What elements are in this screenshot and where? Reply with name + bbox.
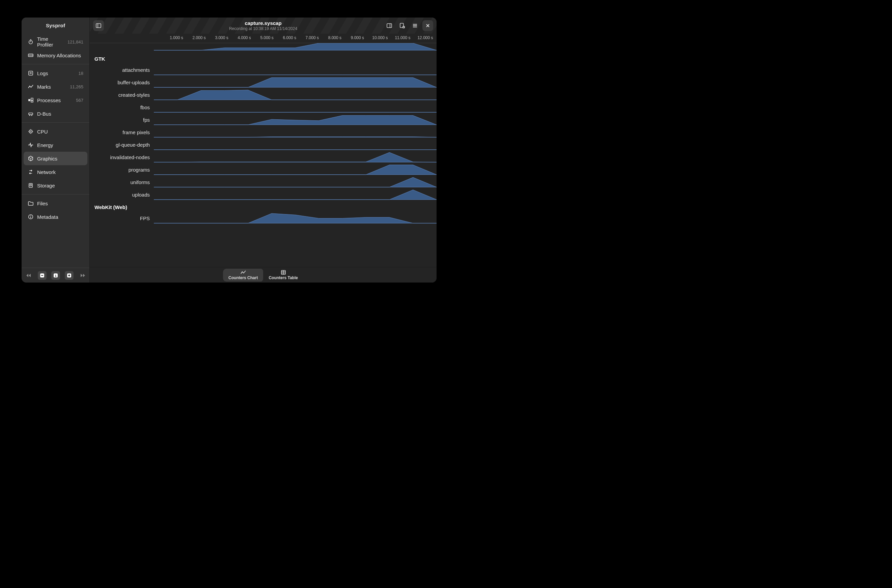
- counters-chart-icon: [241, 270, 246, 275]
- sidebar-item-memory-allocations[interactable]: Memory Allocations: [24, 48, 87, 62]
- sidebar-item-label: Network: [37, 169, 83, 175]
- counter-row[interactable]: buffer-uploads: [90, 76, 436, 88]
- main-pane: capture.syscap Recording at 10:38:19 AM …: [90, 18, 436, 282]
- record-again-button[interactable]: [397, 20, 408, 31]
- stopwatch-icon: [28, 39, 34, 45]
- sidebar-footer: 1: [22, 268, 89, 282]
- counters-chart-area[interactable]: GTKattachmentsbuffer-uploadscreated-styl…: [90, 43, 436, 267]
- counter-track: [154, 177, 436, 188]
- sidebar-item-graphics[interactable]: Graphics: [24, 152, 87, 165]
- ruler-tick: 9.000 s: [351, 35, 364, 40]
- counter-row[interactable]: fbos: [90, 101, 436, 114]
- sidebar-item-cpu[interactable]: CPU: [24, 125, 87, 138]
- cpu-icon: [28, 129, 34, 135]
- sidebar-item-dbus[interactable]: D-Bus: [24, 107, 87, 120]
- counter-track: [154, 115, 436, 125]
- storage-icon: [28, 182, 34, 189]
- sidebar-item-count: 18: [78, 71, 83, 76]
- counter-row[interactable]: FPS: [90, 212, 436, 225]
- ruler-tick: 4.000 s: [238, 35, 251, 40]
- sidebar-item-marks[interactable]: Marks11,265: [24, 80, 87, 93]
- rewind-button[interactable]: [24, 271, 33, 280]
- view-counters-chart[interactable]: Counters Chart: [223, 269, 263, 282]
- dbus-icon: [28, 111, 34, 117]
- overview-track: [154, 43, 436, 51]
- counter-track: [154, 128, 436, 138]
- files-icon: [28, 200, 34, 206]
- counter-label: gl-queue-depth: [90, 142, 154, 148]
- graphics-icon: [28, 155, 34, 162]
- view-label: Counters Table: [269, 276, 298, 280]
- sidebar-item-energy[interactable]: Energy: [24, 138, 87, 152]
- logs-icon: [28, 70, 34, 76]
- zoom-reset-button[interactable]: 1: [51, 271, 60, 280]
- ruler-tick: 2.000 s: [192, 35, 206, 40]
- metadata-icon: [28, 214, 34, 220]
- svg-rect-12: [31, 98, 33, 100]
- sidebar-item-time-profiler[interactable]: Time Profiler121,841: [24, 35, 87, 48]
- counter-track: [154, 165, 436, 175]
- processes-icon: [28, 97, 34, 103]
- sidebar-item-count: 11,265: [70, 84, 83, 89]
- sidebar-item-logs[interactable]: Logs18: [24, 66, 87, 80]
- hamburger-menu-button[interactable]: [409, 20, 420, 31]
- sidebar-item-network[interactable]: Network: [24, 165, 87, 179]
- counters-table-icon: [281, 270, 286, 275]
- counter-track: [154, 152, 436, 162]
- sidebar-item-storage[interactable]: Storage: [24, 179, 87, 192]
- ruler-tick: 1.000 s: [170, 35, 183, 40]
- counter-label: created-styles: [90, 92, 154, 98]
- counter-label: programs: [90, 167, 154, 172]
- counter-row[interactable]: attachments: [90, 64, 436, 76]
- counter-label: FPS: [90, 216, 154, 221]
- counter-row[interactable]: created-styles: [90, 88, 436, 101]
- sidebar-item-label: Energy: [37, 142, 83, 148]
- svg-rect-37: [387, 24, 392, 28]
- forward-button[interactable]: [78, 271, 87, 280]
- counter-label: attachments: [90, 67, 154, 73]
- svg-text:1: 1: [55, 274, 56, 277]
- section-header: WebKit (Web): [90, 201, 436, 212]
- counter-track: [154, 65, 436, 75]
- svg-rect-23: [29, 183, 32, 188]
- zoom-in-button[interactable]: [65, 271, 74, 280]
- counter-track: [154, 102, 436, 112]
- counter-label: invalidated-nodes: [90, 154, 154, 160]
- sidebar-item-label: Memory Allocations: [37, 52, 83, 58]
- app-title: Sysprof: [22, 18, 89, 34]
- counter-label: fbos: [90, 105, 154, 110]
- svg-rect-34: [69, 274, 69, 276]
- sidebar-item-processes[interactable]: Processes567: [24, 93, 87, 107]
- view-switcher: Counters ChartCounters Table: [223, 269, 303, 282]
- view-label: Counters Chart: [229, 276, 258, 280]
- counter-row[interactable]: uploads: [90, 189, 436, 201]
- secondary-sidebar-button[interactable]: [384, 20, 395, 31]
- counter-row[interactable]: programs: [90, 164, 436, 176]
- counter-row[interactable]: gl-queue-depth: [90, 139, 436, 151]
- sidebar-item-files[interactable]: Files: [24, 196, 87, 210]
- counter-row[interactable]: fps: [90, 114, 436, 126]
- ruler-tick: 10.000 s: [372, 35, 388, 40]
- ruler-tick: 12.000 s: [417, 35, 433, 40]
- counter-label: buffer-uploads: [90, 80, 154, 85]
- svg-rect-29: [41, 275, 43, 276]
- energy-icon: [28, 142, 34, 148]
- sidebar-item-label: Storage: [37, 183, 83, 189]
- sidebar-item-label: CPU: [37, 129, 83, 135]
- counter-row[interactable]: uniforms: [90, 176, 436, 189]
- close-button[interactable]: [423, 20, 433, 31]
- sidebar-item-label: Processes: [37, 98, 72, 103]
- time-ruler[interactable]: 1.000 s2.000 s3.000 s4.000 s5.000 s6.000…: [90, 34, 436, 43]
- svg-point-15: [29, 115, 30, 116]
- sidebar-item-label: Marks: [37, 84, 66, 90]
- network-icon: [28, 169, 34, 175]
- toggle-sidebar-button[interactable]: [93, 20, 104, 31]
- sidebar-item-count: 121,841: [68, 39, 83, 45]
- view-counters-table[interactable]: Counters Table: [263, 269, 303, 282]
- section-header: GTK: [90, 52, 436, 64]
- counter-row[interactable]: frame pixels: [90, 126, 436, 139]
- svg-point-24: [30, 184, 32, 186]
- counter-row[interactable]: invalidated-nodes: [90, 151, 436, 164]
- zoom-out-button[interactable]: [38, 271, 47, 280]
- sidebar-item-metadata[interactable]: Metadata: [24, 210, 87, 224]
